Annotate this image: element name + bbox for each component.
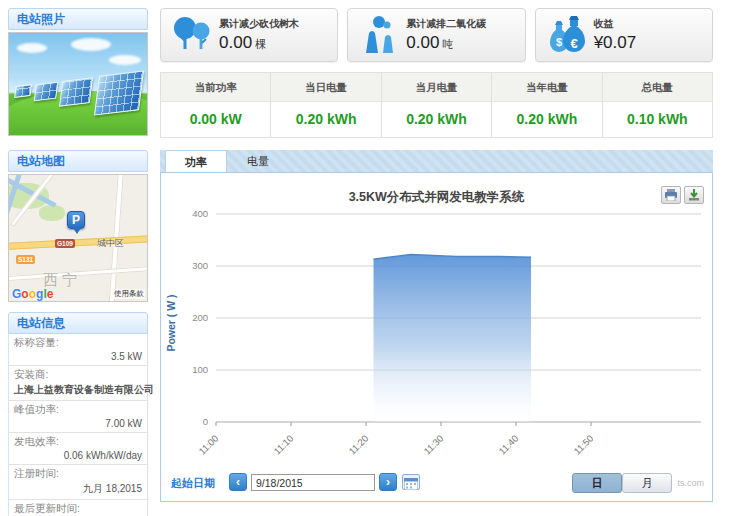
card-value: 0.00吨 bbox=[406, 33, 518, 53]
stat-month-energy: 当月电量 0.20 kWh bbox=[381, 73, 491, 137]
info-value: 0.06 kWh/kW/day bbox=[14, 450, 142, 461]
road-badge-s131: S131 bbox=[16, 255, 35, 264]
info-row-registered: 注册时间: 九月 18,2015 bbox=[9, 465, 147, 500]
station-info-panel: 电站信息 标称容量: 3.5 kW 安装商: 上海上益教育设备制造有限公司 峰值… bbox=[8, 312, 148, 516]
chart-footer: 起始日期 ‹ › 日 月 ts.com bbox=[171, 471, 704, 495]
card-label: 收益 bbox=[594, 17, 706, 31]
station-photo bbox=[8, 32, 148, 136]
stat-value: 0.10 kWh bbox=[603, 102, 712, 137]
prev-day-button[interactable]: ‹ bbox=[229, 473, 247, 491]
google-logo[interactable]: Google bbox=[12, 287, 53, 301]
money-bags-icon: $ € bbox=[542, 13, 594, 57]
svg-text:11:30: 11:30 bbox=[421, 433, 445, 457]
map-panel-title: 电站地图 bbox=[8, 150, 148, 172]
info-label: 发电效率: bbox=[14, 435, 142, 449]
next-day-button[interactable]: › bbox=[379, 473, 397, 491]
svg-text:11:50: 11:50 bbox=[571, 433, 595, 457]
card-co2-reduced: 累计减排二氧化碳 0.00吨 bbox=[347, 8, 525, 62]
calendar-button[interactable] bbox=[402, 474, 420, 490]
stat-label: 当月电量 bbox=[382, 73, 491, 102]
svg-text:€: € bbox=[570, 36, 577, 51]
map-marker-p[interactable]: P bbox=[67, 211, 85, 229]
card-label: 累计减排二氧化碳 bbox=[406, 17, 518, 31]
info-value: 3.5 kW bbox=[14, 351, 142, 362]
info-label: 标称容量: bbox=[14, 336, 142, 350]
info-label: 峰值功率: bbox=[14, 403, 142, 417]
stat-label: 当日电量 bbox=[271, 73, 380, 102]
chart-panel: 功率 电量 3.5KW分布式并网发电教学系统 010020030040011:0… bbox=[160, 150, 713, 502]
cloud-shape bbox=[17, 43, 47, 53]
card-income: $ € 收益 ¥0.07 bbox=[535, 8, 713, 62]
start-date-label: 起始日期 bbox=[171, 476, 215, 491]
card-number: ¥0.07 bbox=[594, 33, 637, 52]
info-value: 7.00 kW bbox=[14, 418, 142, 429]
trees-icon bbox=[167, 13, 219, 57]
stat-label: 当前功率 bbox=[161, 73, 270, 102]
svg-text:400: 400 bbox=[192, 208, 208, 219]
card-number: 0.00 bbox=[219, 33, 252, 52]
card-number: 0.00 bbox=[406, 33, 439, 52]
info-row-efficiency: 发电效率: 0.06 kWh/kW/day bbox=[9, 433, 147, 465]
svg-text:11:20: 11:20 bbox=[346, 433, 370, 457]
chart-body: 3.5KW分布式并网发电教学系统 010020030040011:0011:10… bbox=[160, 172, 713, 502]
card-unit: 棵 bbox=[255, 38, 266, 50]
info-label: 安装商: bbox=[14, 368, 142, 382]
cloud-shape bbox=[109, 55, 141, 65]
info-value: 九月 18,2015 bbox=[14, 482, 142, 496]
card-unit: 吨 bbox=[442, 38, 453, 50]
svg-text:11:40: 11:40 bbox=[496, 433, 520, 457]
station-map-panel: 电站地图 G109 S131 P 城中区 西宁 Google 使用条款 bbox=[8, 150, 148, 302]
power-stats-bar: 当前功率 0.00 kW 当日电量 0.20 kWh 当月电量 0.20 kWh… bbox=[160, 72, 713, 138]
svg-text:200: 200 bbox=[192, 312, 208, 323]
svg-text:$: $ bbox=[556, 36, 562, 48]
svg-text:Power ( W ): Power ( W ) bbox=[165, 294, 177, 351]
stat-value: 0.20 kWh bbox=[271, 102, 380, 137]
info-row-installer: 安装商: 上海上益教育设备制造有限公司 bbox=[9, 366, 147, 401]
card-value: ¥0.07 bbox=[594, 33, 706, 53]
tab-energy[interactable]: 电量 bbox=[227, 150, 289, 172]
cooling-towers-icon bbox=[354, 13, 406, 57]
chart-tab-strip: 功率 电量 bbox=[160, 150, 713, 172]
info-label: 最后更新时间: bbox=[14, 502, 142, 516]
solar-panel bbox=[94, 70, 144, 115]
logo-letter: o bbox=[29, 287, 36, 301]
info-row-last-update: 最后更新时间: 九月 18 11:27,GMT+8,2015 bbox=[9, 500, 147, 516]
stat-current-power: 当前功率 0.00 kW bbox=[161, 73, 270, 137]
logo-letter: G bbox=[12, 287, 21, 301]
tab-power[interactable]: 功率 bbox=[165, 150, 227, 172]
info-row-capacity: 标称容量: 3.5 kW bbox=[9, 334, 147, 366]
card-label: 累计减少砍伐树木 bbox=[219, 17, 331, 31]
month-view-button[interactable]: 月 bbox=[622, 473, 672, 493]
stat-label: 总电量 bbox=[603, 73, 712, 102]
stat-year-energy: 当年电量 0.20 kWh bbox=[491, 73, 601, 137]
info-row-peak-power: 峰值功率: 7.00 kW bbox=[9, 401, 147, 433]
stat-value: 0.20 kWh bbox=[492, 102, 601, 137]
stat-label: 当年电量 bbox=[492, 73, 601, 102]
svg-text:100: 100 bbox=[192, 364, 208, 375]
calendar-icon bbox=[404, 478, 418, 490]
stat-today-energy: 当日电量 0.20 kWh bbox=[270, 73, 380, 137]
card-value: 0.00棵 bbox=[219, 33, 331, 53]
power-area-chart: 010020030040011:0011:1011:2011:3011:4011… bbox=[161, 173, 714, 463]
map-park-area bbox=[39, 205, 65, 221]
stat-total-energy: 总电量 0.10 kWh bbox=[602, 73, 712, 137]
station-photo-panel: 电站照片 bbox=[8, 8, 148, 136]
google-map[interactable]: G109 S131 P 城中区 西宁 Google 使用条款 bbox=[8, 174, 148, 302]
map-district-label: 城中区 bbox=[97, 237, 124, 250]
solar-panel bbox=[34, 82, 59, 102]
eco-summary-cards: 累计减少砍伐树木 0.00棵 累计减排二氧化碳 0.00吨 $ € bbox=[160, 8, 713, 62]
info-label: 注册时间: bbox=[14, 467, 142, 481]
road-badge-g109: G109 bbox=[55, 239, 75, 248]
logo-letter: o bbox=[21, 287, 28, 301]
svg-text:11:00: 11:00 bbox=[196, 433, 220, 457]
map-terms-link[interactable]: 使用条款 bbox=[113, 289, 145, 299]
start-date-input[interactable] bbox=[251, 474, 375, 491]
stat-value: 0.20 kWh bbox=[382, 102, 491, 137]
day-view-button[interactable]: 日 bbox=[572, 473, 622, 493]
solar-panel bbox=[14, 84, 32, 98]
svg-text:11:10: 11:10 bbox=[271, 433, 295, 457]
watermark-text: ts.com bbox=[677, 478, 704, 488]
photo-panel-title: 电站照片 bbox=[8, 8, 148, 30]
solar-panel bbox=[59, 77, 93, 106]
svg-text:0: 0 bbox=[203, 416, 208, 427]
